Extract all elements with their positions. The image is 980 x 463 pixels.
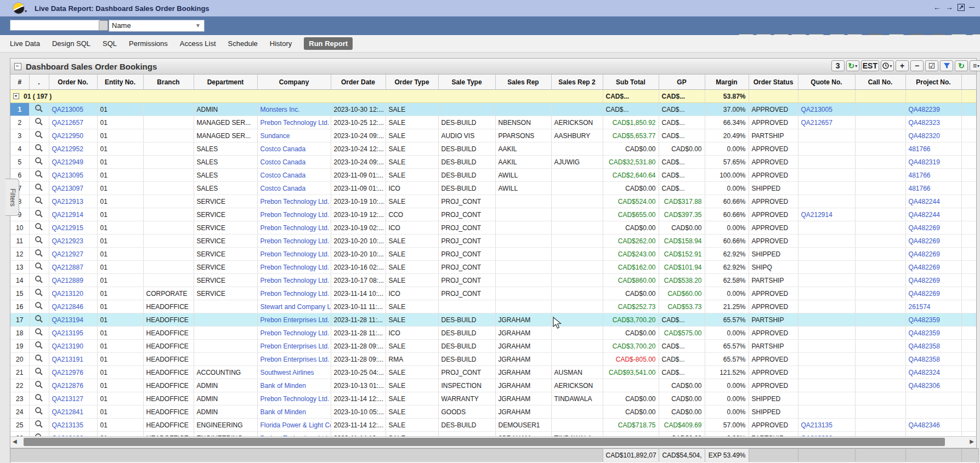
order-no-link[interactable]: QA213005 bbox=[52, 106, 83, 113]
order-no-link[interactable]: QA212923 bbox=[52, 237, 83, 245]
tab-access-list[interactable]: Access List bbox=[180, 39, 216, 48]
column-header[interactable]: Order Status bbox=[749, 75, 798, 90]
refresh-grid-button[interactable]: ↻ bbox=[955, 60, 968, 71]
project-no-link[interactable]: QA482346 bbox=[909, 421, 940, 429]
collapse-grid-icon[interactable] bbox=[14, 63, 21, 70]
collapse-button[interactable]: − bbox=[910, 60, 924, 71]
order-no-link[interactable]: QA213190 bbox=[52, 342, 83, 350]
row-detail-button[interactable] bbox=[29, 156, 49, 169]
company-link[interactable]: Monsters Inc. bbox=[260, 106, 300, 113]
company-link[interactable]: Southwest Airlines bbox=[260, 369, 314, 376]
order-no-link[interactable]: QA213195 bbox=[52, 329, 83, 337]
order-no-link[interactable]: QA213127 bbox=[52, 395, 83, 403]
expand-button[interactable]: + bbox=[896, 60, 909, 71]
search-input[interactable] bbox=[10, 20, 100, 31]
tab-permissions[interactable]: Permissions bbox=[129, 39, 168, 48]
minimize-icon[interactable]: ─ bbox=[969, 3, 975, 12]
row-detail-button[interactable] bbox=[29, 432, 49, 437]
row-detail-button[interactable] bbox=[29, 392, 49, 405]
column-header[interactable]: Department bbox=[194, 75, 257, 90]
table-row[interactable]: 24 QA212841 01HEADOFFICEADMIN Bank of Mi… bbox=[10, 405, 976, 419]
column-header[interactable]: Sales Rep bbox=[495, 75, 551, 90]
order-no-link[interactable]: QA212950 bbox=[52, 132, 83, 140]
row-detail-button[interactable] bbox=[29, 182, 49, 195]
row-detail-button[interactable] bbox=[29, 379, 49, 392]
row-detail-button[interactable] bbox=[29, 248, 49, 261]
project-no-link[interactable]: 481766 bbox=[909, 145, 931, 153]
column-header[interactable]: Branch bbox=[143, 75, 194, 90]
tab-schedule[interactable]: Schedule bbox=[228, 39, 258, 48]
table-row[interactable]: 22 QA212876 01HEADOFFICEADMIN Bank of Mi… bbox=[10, 379, 976, 392]
quote-no-link[interactable]: QA213135 bbox=[801, 421, 832, 429]
column-header[interactable]: Sub Total bbox=[603, 75, 659, 90]
column-header[interactable]: Sale Type bbox=[438, 75, 495, 90]
company-link[interactable]: Prebon Enterprises Ltd. bbox=[260, 356, 330, 363]
project-no-link[interactable]: QA482269 bbox=[909, 290, 940, 298]
order-no-link[interactable]: QA213135 bbox=[52, 421, 83, 429]
tab-history[interactable]: History bbox=[270, 39, 292, 48]
project-no-link[interactable]: QA482269 bbox=[909, 264, 940, 271]
table-row[interactable]: 20 QA213191 01HEADOFFICE Prebon Enterpri… bbox=[10, 353, 976, 366]
table-row[interactable]: 4 QA212952 01SALES Costco Canada 2023-10… bbox=[10, 142, 976, 156]
table-row[interactable]: 19 QA213190 01HEADOFFICE Prebon Enterpri… bbox=[10, 340, 976, 353]
project-no-link[interactable]: QA482239 bbox=[909, 106, 940, 113]
company-link[interactable]: Prebon Enterprises Ltd. bbox=[260, 342, 330, 350]
row-detail-button[interactable] bbox=[29, 340, 49, 353]
table-row[interactable]: 5 QA212949 01SALES Costco Canada 2023-10… bbox=[10, 156, 976, 169]
column-header[interactable]: . bbox=[29, 75, 49, 90]
project-no-link[interactable]: QA482324 bbox=[909, 369, 940, 376]
table-row[interactable]: 17 QA213194 01HEADOFFICE Prebon Enterpri… bbox=[10, 313, 976, 327]
table-row[interactable]: 11 QA212923 01SERVICE Prebon Technology … bbox=[10, 235, 976, 248]
order-no-link[interactable]: QA212657 bbox=[52, 119, 83, 127]
project-no-link[interactable]: QA482244 bbox=[909, 211, 940, 219]
company-link[interactable]: Sundance bbox=[260, 132, 290, 140]
order-no-link[interactable]: QA212913 bbox=[52, 198, 83, 205]
company-link[interactable]: Prebon Technology Ltd. bbox=[260, 277, 330, 284]
project-no-link[interactable]: QA482359 bbox=[909, 329, 940, 337]
order-no-link[interactable]: QA212846 bbox=[52, 303, 83, 311]
company-link[interactable]: Prebon Technology Ltd. bbox=[260, 211, 330, 219]
company-link[interactable]: Prebon Technology Ltd. bbox=[260, 237, 330, 245]
table-row[interactable]: 15 QA213120 01CORPORATESERVICE Prebon Te… bbox=[10, 287, 976, 300]
table-row[interactable]: 21 QA212976 01HEADOFFICEACCOUNTING South… bbox=[10, 366, 976, 379]
project-no-link[interactable]: 481766 bbox=[909, 172, 931, 179]
column-header[interactable]: Entity No. bbox=[97, 75, 143, 90]
row-detail-button[interactable] bbox=[29, 221, 49, 235]
project-no-link[interactable]: 261574 bbox=[909, 303, 931, 311]
table-row[interactable]: 23 QA213127 01HEADOFFICEADMIN Prebon Tec… bbox=[10, 392, 976, 405]
column-header[interactable]: Call No. bbox=[855, 75, 905, 90]
timezone-menu-button[interactable]: ▾ bbox=[881, 60, 894, 71]
order-no-link[interactable]: QA213095 bbox=[52, 172, 83, 179]
project-no-link[interactable]: QA482306 bbox=[909, 382, 940, 390]
project-no-link[interactable]: QA482320 bbox=[909, 132, 940, 140]
column-header[interactable]: Sales Rep 2 bbox=[551, 75, 603, 90]
row-detail-button[interactable] bbox=[29, 405, 49, 419]
project-no-link[interactable]: QA482269 bbox=[909, 237, 940, 245]
multi-select-button[interactable]: ☑ bbox=[925, 60, 938, 71]
project-no-link[interactable]: QA482359 bbox=[909, 316, 940, 324]
row-detail-button[interactable] bbox=[29, 327, 49, 340]
column-header[interactable]: GP bbox=[659, 75, 705, 90]
order-no-link[interactable]: QA212949 bbox=[52, 158, 83, 166]
order-no-link[interactable]: QA212876 bbox=[52, 382, 83, 390]
table-row[interactable]: 2 QA212657 01MANAGED SER... Prebon Techn… bbox=[10, 116, 976, 129]
project-no-link[interactable]: QA482358 bbox=[909, 342, 940, 350]
table-row[interactable]: 3 QA212950 01MANAGED SER... Sundance 202… bbox=[10, 129, 976, 142]
row-detail-button[interactable] bbox=[29, 287, 49, 300]
external-link-icon[interactable]: ↗ bbox=[958, 4, 965, 11]
filter-button[interactable] bbox=[940, 60, 953, 71]
table-row[interactable]: 25 QA213135 01HEADOFFICEENGINEERING Flor… bbox=[10, 419, 976, 432]
forward-arrow-icon[interactable]: → bbox=[945, 3, 953, 12]
tab-live-data[interactable]: Live Data bbox=[10, 39, 40, 48]
row-detail-button[interactable] bbox=[29, 366, 49, 379]
row-detail-button[interactable] bbox=[29, 274, 49, 287]
row-detail-button[interactable] bbox=[29, 419, 49, 432]
group-row[interactable]: 01 ( 197 ) CAD$...CAD$... 53.87% bbox=[10, 90, 976, 103]
company-link[interactable]: Florida Power & Light Co... bbox=[260, 421, 331, 429]
row-detail-button[interactable] bbox=[29, 116, 49, 129]
order-no-link[interactable]: QA212914 bbox=[52, 211, 83, 219]
order-no-link[interactable]: QA213097 bbox=[52, 185, 83, 192]
column-header[interactable]: Quote No. bbox=[798, 75, 855, 90]
search-field-select[interactable]: Name ▼ bbox=[109, 20, 205, 32]
row-detail-button[interactable] bbox=[29, 208, 49, 221]
